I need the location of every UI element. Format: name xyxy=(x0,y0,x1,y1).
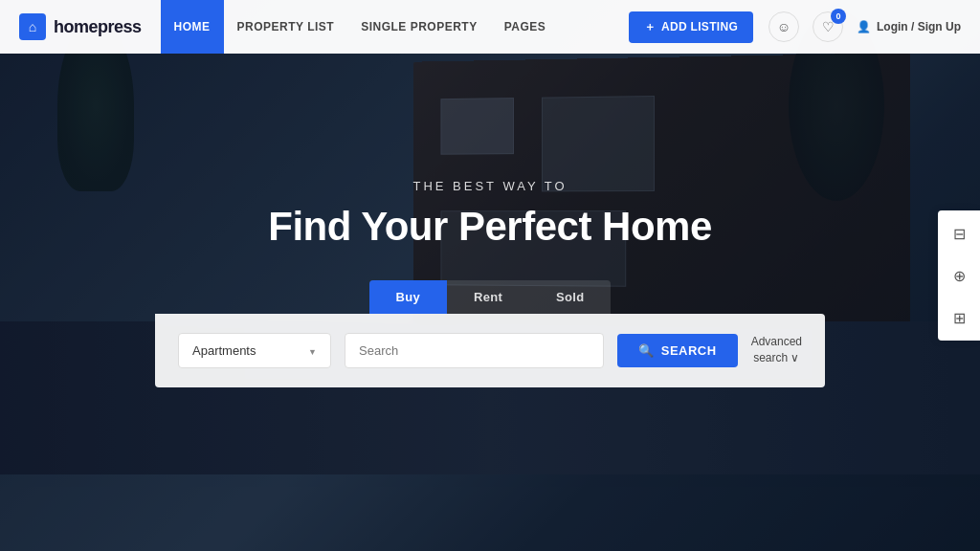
nav-single-property[interactable]: SINGLE PROPERTY xyxy=(347,0,491,54)
nav-property-list[interactable]: PROPERTY LIST xyxy=(224,0,348,54)
add-listing-button[interactable]: ＋ ADD LISTING xyxy=(629,11,753,43)
login-icon: 👤 xyxy=(857,20,871,33)
nav-pages[interactable]: PAGES xyxy=(491,0,560,54)
tab-sold[interactable]: Sold xyxy=(529,280,611,314)
tab-rent[interactable]: Rent xyxy=(447,280,529,314)
hero-subtitle: THE BEST WAY TO xyxy=(412,179,567,193)
search-icon: 🔍 xyxy=(638,343,655,358)
tab-buy[interactable]: Buy xyxy=(369,280,447,314)
hero-title: Find Your Perfect Home xyxy=(268,205,712,249)
plus-icon: ＋ xyxy=(644,19,656,35)
wishlist-badge: 0 xyxy=(831,9,846,24)
wishlist-icon-btn[interactable]: ♡ 0 xyxy=(813,11,843,42)
property-type-select[interactable]: Apartments xyxy=(178,333,331,368)
nav-home[interactable]: HOME xyxy=(161,0,224,54)
navbar: ⌂ homepress HOME PROPERTY LIST SINGLE PR… xyxy=(0,0,980,54)
chevron-down-icon xyxy=(308,343,317,358)
login-button[interactable]: 👤 Login / Sign Up xyxy=(857,20,961,33)
monitor-icon[interactable]: ⊟ xyxy=(944,218,974,249)
logo-area[interactable]: ⌂ homepress xyxy=(19,13,142,40)
logo-icon: ⌂ xyxy=(19,13,46,40)
hero-content: THE BEST WAY TO Find Your Perfect Home B… xyxy=(0,54,980,551)
search-button[interactable]: 🔍 SEARCH xyxy=(617,334,737,367)
cart-icon[interactable]: ⊞ xyxy=(944,302,974,333)
logo-text: homepress xyxy=(54,17,142,37)
hero-section: ⌂ homepress HOME PROPERTY LIST SINGLE PR… xyxy=(0,0,980,551)
globe-icon[interactable]: ⊕ xyxy=(944,260,974,291)
user-icon-btn[interactable]: ☺ xyxy=(768,11,799,42)
search-box: Apartments 🔍 SEARCH Advanced search ∨ xyxy=(155,314,825,387)
advanced-search-button[interactable]: Advanced search ∨ xyxy=(751,334,802,366)
search-input-wrap xyxy=(345,333,604,368)
side-panel: ⊟ ⊕ ⊞ xyxy=(938,210,980,341)
smiley-icon: ☺ xyxy=(777,19,791,34)
nav-icons: ☺ ♡ 0 👤 Login / Sign Up xyxy=(768,11,961,42)
search-tabs: Buy Rent Sold xyxy=(369,280,612,314)
nav-links: HOME PROPERTY LIST SINGLE PROPERTY PAGES xyxy=(161,0,629,54)
search-input[interactable] xyxy=(345,333,604,368)
